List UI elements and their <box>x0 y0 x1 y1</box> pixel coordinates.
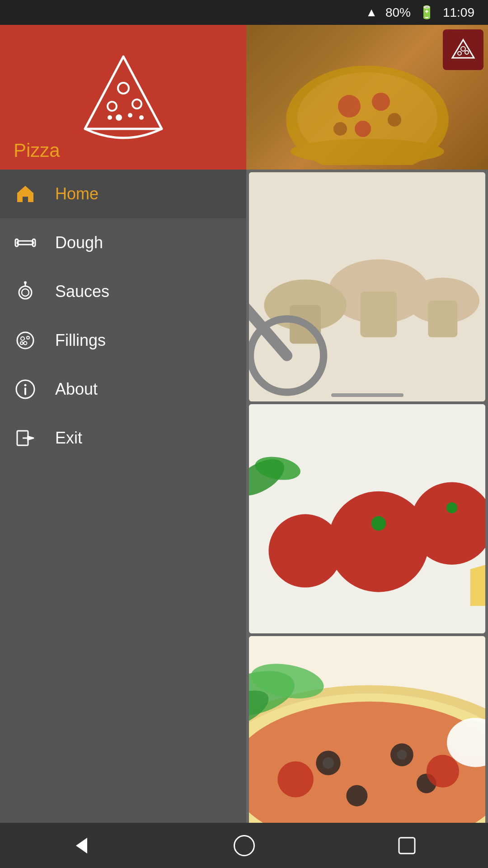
recents-button[interactable] <box>389 827 425 863</box>
svg-rect-41 <box>428 301 457 337</box>
mushrooms-image <box>249 172 485 401</box>
svg-point-3 <box>116 114 122 121</box>
svg-marker-72 <box>76 838 87 854</box>
image-grid <box>246 170 488 868</box>
svg-point-1 <box>108 102 117 111</box>
svg-point-27 <box>372 93 390 111</box>
svg-point-33 <box>458 52 461 55</box>
sidebar-item-dough[interactable]: Dough <box>0 218 246 267</box>
about-icon <box>14 377 37 401</box>
sidebar-item-home-label: Home <box>55 184 99 203</box>
svg-point-20 <box>24 384 27 387</box>
nav-drawer: Pizza Home <box>0 25 246 868</box>
svg-rect-7 <box>17 241 33 245</box>
svg-point-34 <box>465 51 469 54</box>
app-title: Pizza <box>14 140 60 161</box>
dough-icon <box>14 231 37 255</box>
svg-point-18 <box>20 342 23 344</box>
svg-rect-37 <box>360 292 397 337</box>
svg-point-4 <box>128 113 132 118</box>
svg-point-60 <box>323 757 334 769</box>
back-button[interactable] <box>63 827 99 863</box>
svg-rect-74 <box>399 838 415 854</box>
svg-point-31 <box>291 139 444 164</box>
sidebar-item-fillings[interactable]: Fillings <box>0 316 246 365</box>
svg-point-63 <box>346 785 367 807</box>
sidebar-item-dough-label: Dough <box>55 233 103 252</box>
svg-point-50 <box>446 502 457 513</box>
right-panel <box>246 25 488 868</box>
battery-text: 80% <box>385 5 411 20</box>
pizza-thumbnail-icon <box>443 29 483 70</box>
sauces-icon <box>14 280 37 303</box>
sidebar-item-sauces-label: Sauces <box>55 282 109 301</box>
svg-point-5 <box>108 115 112 120</box>
main-container: Pizza Home <box>0 25 488 868</box>
svg-point-14 <box>17 332 33 349</box>
svg-point-13 <box>24 281 27 284</box>
svg-point-16 <box>27 336 29 339</box>
svg-point-0 <box>118 83 129 94</box>
tomatoes-image <box>249 404 485 633</box>
app-header: Pizza <box>0 25 246 170</box>
nav-list: Home Dough <box>0 170 246 868</box>
svg-point-48 <box>371 516 386 530</box>
time-text: 11:09 <box>443 5 474 20</box>
svg-point-6 <box>139 115 144 120</box>
bottom-navigation <box>0 823 488 868</box>
svg-point-62 <box>397 750 407 760</box>
svg-point-51 <box>268 514 342 587</box>
sidebar-item-about-label: About <box>55 380 98 399</box>
exit-icon <box>14 426 37 450</box>
home-icon <box>14 182 37 206</box>
svg-point-66 <box>427 755 459 788</box>
header-pizza-image <box>246 25 488 170</box>
signal-icon: ▲ <box>366 5 377 19</box>
fillings-icon <box>14 329 37 352</box>
svg-point-32 <box>461 47 465 51</box>
sidebar-item-home[interactable]: Home <box>0 170 246 218</box>
sidebar-item-exit-label: Exit <box>55 429 82 448</box>
svg-point-11 <box>22 289 29 296</box>
svg-point-30 <box>388 113 401 127</box>
svg-point-2 <box>132 99 141 108</box>
svg-point-26 <box>338 95 361 118</box>
svg-point-47 <box>328 491 429 592</box>
home-button[interactable] <box>226 827 262 863</box>
status-bar: ▲ 80% 🔋 11:09 <box>0 0 488 25</box>
battery-icon: 🔋 <box>419 5 435 20</box>
sidebar-item-fillings-label: Fillings <box>55 331 106 350</box>
svg-point-28 <box>355 121 371 137</box>
sidebar-item-about[interactable]: About <box>0 365 246 414</box>
svg-point-29 <box>333 122 347 136</box>
pizza-logo-icon <box>78 47 169 147</box>
sidebar-item-sauces[interactable]: Sauces <box>0 267 246 316</box>
svg-point-15 <box>21 337 24 340</box>
svg-point-65 <box>277 761 314 797</box>
svg-point-73 <box>234 835 254 855</box>
svg-point-17 <box>24 342 27 345</box>
sidebar-item-exit[interactable]: Exit <box>0 414 246 462</box>
svg-point-10 <box>19 286 32 299</box>
